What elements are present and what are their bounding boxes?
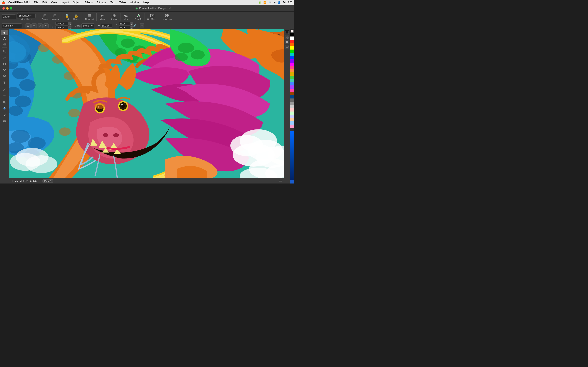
color-orange[interactable] — [290, 43, 294, 46]
polygon-tool-btn[interactable] — [1, 73, 8, 78]
unlock-button[interactable]: 🔓 Unlock — [72, 13, 81, 21]
color-cobalt[interactable] — [290, 180, 294, 184]
transform-panel-btn[interactable] — [285, 35, 289, 39]
color-black[interactable] — [290, 33, 294, 36]
maximize-button[interactable] — [10, 7, 12, 9]
eyedropper-tool-btn[interactable] — [1, 113, 8, 118]
add-page-left-btn[interactable]: + — [11, 179, 14, 183]
first-page-btn[interactable]: ◀◀ — [15, 179, 18, 183]
units-dropdown[interactable]: pixels mm cm inches — [81, 24, 94, 28]
menu-bitmaps[interactable]: Bitmaps — [95, 0, 108, 4]
search-icon[interactable]: 🔍 — [268, 1, 272, 4]
color-gold[interactable] — [290, 72, 294, 76]
minimize-button[interactable] — [6, 7, 9, 9]
color-pale-pink[interactable] — [290, 108, 294, 111]
get-more-button[interactable]: Get More... — [146, 13, 159, 21]
view-mode-dropdown[interactable]: Enhanced ▾ — [17, 13, 35, 18]
node-edit-tool-btn[interactable] — [1, 36, 8, 41]
w-up-btn[interactable]: ▲ — [130, 22, 133, 24]
color-hot-pink[interactable] — [290, 89, 294, 92]
menu-view[interactable]: View — [49, 0, 58, 4]
y-up-btn[interactable]: ▲ — [69, 26, 71, 27]
w-down-btn[interactable]: ▼ — [130, 24, 133, 25]
color-magenta[interactable] — [290, 63, 294, 66]
lock-proportions-btn[interactable]: 🔗 — [133, 23, 136, 28]
menu-window[interactable]: Window — [128, 0, 141, 4]
add-page-right-btn[interactable]: + — [38, 179, 41, 183]
color-gradient-end[interactable] — [290, 131, 294, 180]
color-cyan[interactable] — [290, 53, 294, 56]
height-input[interactable] — [119, 26, 130, 29]
menu-table[interactable]: Table — [118, 0, 127, 4]
mirror-button[interactable]: ⇔ Mirror — [98, 13, 107, 21]
group-button[interactable]: ⊞ Group — [40, 13, 49, 21]
transform-size-btn[interactable]: ▭ — [31, 24, 37, 28]
close-button[interactable] — [2, 7, 5, 9]
last-page-btn[interactable]: ▶▶ — [34, 179, 37, 183]
color-light-orange[interactable] — [290, 69, 294, 72]
menu-effects[interactable]: Effects — [83, 0, 94, 4]
status-more-btn[interactable]: ••• — [279, 179, 282, 183]
color-yellow[interactable] — [290, 46, 294, 50]
color-red[interactable] — [290, 40, 294, 43]
lock-button[interactable]: 🔒 Lock — [62, 13, 71, 21]
canvas-area[interactable]: + ◀◀ ◀ 1 of 1 ▶ ▶▶ + Page 1 ••• — [9, 29, 284, 184]
rectangle-tool-btn[interactable] — [1, 61, 8, 67]
align-panel-btn[interactable] — [285, 40, 289, 44]
menu-layout[interactable]: Layout — [59, 0, 70, 4]
text-tool-btn[interactable]: T — [1, 80, 8, 85]
transform-scale-btn[interactable]: ⤢ — [38, 24, 43, 28]
menu-text[interactable]: Text — [109, 0, 117, 4]
transform-tool-btn[interactable] — [1, 42, 8, 47]
menu-file[interactable]: File — [32, 0, 40, 4]
color-white[interactable] — [290, 36, 294, 40]
user-avatar[interactable]: 👤 — [278, 1, 281, 4]
color-dark-gray[interactable] — [290, 128, 294, 131]
color-teal[interactable] — [290, 79, 294, 82]
nudge-input[interactable] — [101, 24, 112, 27]
zoom-tool-btn[interactable] — [1, 49, 8, 54]
object-select-btn[interactable]: ⊹ — [140, 24, 144, 28]
ungroup-button[interactable]: ⊟ Ungroup — [50, 13, 60, 21]
width-input[interactable] — [119, 22, 130, 25]
view-button[interactable]: View — [122, 13, 131, 21]
color-gray[interactable] — [290, 99, 294, 102]
color-peach[interactable] — [290, 118, 294, 121]
y-coord-input[interactable] — [55, 26, 69, 29]
color-green[interactable] — [290, 50, 294, 53]
freehand-tool-btn[interactable] — [1, 56, 8, 61]
color-mid-gray[interactable] — [290, 102, 294, 105]
menu-object[interactable]: Object — [71, 0, 82, 4]
control-icon[interactable]: ⊕ — [274, 1, 276, 4]
x-up-btn[interactable]: ▲ — [69, 22, 71, 24]
shadow-tool-btn[interactable] — [1, 100, 8, 105]
inspectors-button[interactable]: Inspectors — [161, 13, 173, 21]
color-violet[interactable] — [290, 85, 294, 89]
color-light-blue[interactable] — [290, 82, 294, 85]
x-coord-input[interactable] — [55, 22, 69, 25]
color-light-green[interactable] — [290, 76, 294, 79]
ellipse-tool-btn[interactable] — [1, 67, 8, 72]
transform-rotate-btn[interactable]: ↻ — [43, 24, 49, 28]
apple-menu[interactable]: 🍎 — [2, 1, 5, 4]
line-tool-btn[interactable] — [1, 87, 8, 92]
fill-tool-btn[interactable] — [1, 106, 8, 111]
menu-help[interactable]: Help — [142, 0, 150, 4]
color-pale-blue[interactable] — [290, 115, 294, 118]
alignment-button[interactable]: Alignment — [84, 13, 95, 21]
next-page-btn[interactable]: ▶ — [29, 179, 33, 183]
x-down-btn[interactable]: ▼ — [69, 24, 71, 25]
color-sky-blue[interactable] — [290, 121, 294, 125]
color-brown[interactable] — [290, 92, 294, 95]
fill-swatch-btn[interactable] — [285, 30, 289, 34]
h-up-btn[interactable]: ▲ — [130, 26, 133, 27]
artistic-tool-btn[interactable] — [1, 93, 8, 98]
select-tool-btn[interactable] — [1, 30, 8, 35]
custom-preset-dropdown[interactable]: Custom ▾ — [2, 24, 22, 28]
comment-btn[interactable] — [285, 45, 289, 49]
color-light-gray[interactable] — [290, 105, 294, 108]
interactive-fill-btn[interactable] — [1, 118, 8, 124]
transform-position-btn[interactable]: ⊡ — [26, 24, 31, 28]
zoom-dropdown[interactable]: 729% ▾ — [2, 15, 16, 19]
prev-page-btn[interactable]: ◀ — [19, 179, 22, 183]
